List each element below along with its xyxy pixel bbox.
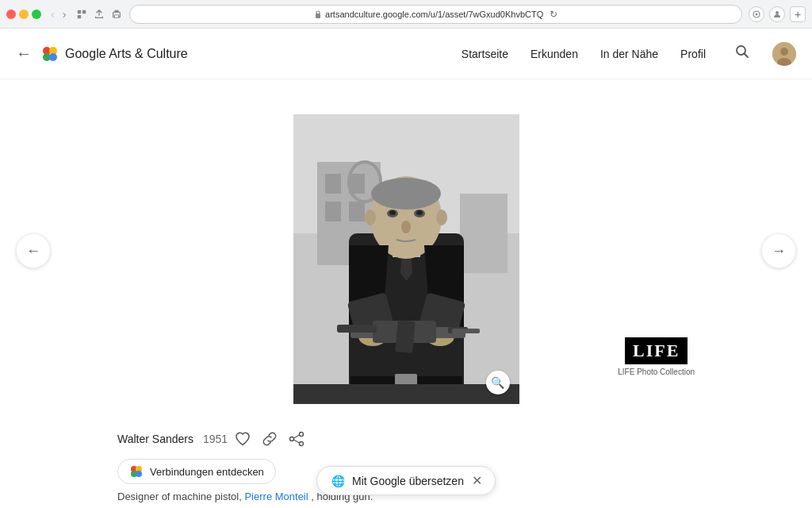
- main-navigation: Startseite Erkunden In der Nähe Profil: [462, 42, 796, 66]
- close-window-button[interactable]: [6, 10, 16, 19]
- translate-bar: 🌐 Mit Google übersetzen ✕: [316, 466, 496, 495]
- svg-rect-27: [460, 194, 508, 273]
- search-button[interactable]: [734, 44, 750, 64]
- extension-icon: [749, 6, 764, 22]
- svg-line-58: [294, 435, 300, 438]
- svg-point-39: [436, 210, 447, 225]
- action-icons: [234, 430, 305, 448]
- link-button[interactable]: [261, 430, 278, 448]
- svg-rect-2: [78, 14, 81, 17]
- svg-point-8: [756, 13, 758, 15]
- browser-chrome: ‹ › artsandculture.google.com/u/1/asset/…: [0, 0, 812, 29]
- share-button[interactable]: [288, 430, 305, 448]
- svg-point-37: [401, 221, 411, 233]
- browser-share-icon: [93, 8, 105, 21]
- life-logo-area: LIFE LIFE Photo Collection: [618, 337, 695, 376]
- connections-button[interactable]: Verbindungen entdecken: [117, 459, 276, 484]
- heart-icon: [234, 430, 251, 448]
- artwork-photo: [293, 114, 519, 404]
- svg-text:🌐: 🌐: [331, 475, 344, 488]
- artwork-meta: Walter Sanders 1951: [117, 433, 228, 445]
- minimize-window-button[interactable]: [19, 10, 29, 19]
- description-prefix: Designer of machine pistol,: [117, 491, 242, 502]
- browser-right-icons: +: [749, 6, 806, 22]
- connections-icon: [129, 464, 144, 479]
- zoom-button[interactable]: 🔍: [486, 371, 510, 394]
- share-icon: [288, 430, 305, 448]
- svg-point-9: [776, 11, 779, 14]
- svg-rect-25: [349, 202, 365, 221]
- address-bar[interactable]: artsandculture.google.com/u/1/asset/7wGx…: [129, 5, 742, 24]
- svg-rect-1: [82, 10, 86, 13]
- info-row: Walter Sanders 1951: [0, 422, 812, 456]
- browser-forward-button[interactable]: ›: [59, 6, 70, 22]
- profile-icon: [769, 6, 785, 22]
- artwork-image: 🔍: [293, 114, 519, 404]
- svg-point-36: [416, 210, 423, 215]
- svg-rect-54: [293, 384, 519, 404]
- new-tab-button[interactable]: +: [790, 6, 806, 22]
- nav-explore[interactable]: Erkunden: [530, 48, 578, 60]
- avatar-image: [772, 42, 796, 66]
- svg-rect-5: [115, 14, 119, 17]
- pierre-monteil-link[interactable]: Pierre Monteil: [244, 491, 308, 502]
- nav-profile[interactable]: Profil: [680, 48, 706, 60]
- lock-icon: [314, 10, 322, 19]
- svg-line-59: [294, 440, 300, 443]
- svg-rect-6: [316, 13, 320, 18]
- prev-artwork-button[interactable]: ←: [16, 233, 51, 268]
- url-text: artsandculture.google.com/u/1/asset/7wGx…: [325, 10, 543, 19]
- svg-rect-0: [78, 10, 81, 13]
- svg-point-57: [300, 442, 304, 446]
- svg-rect-49: [337, 325, 377, 333]
- link-icon: [261, 430, 278, 448]
- svg-point-38: [365, 210, 376, 225]
- translate-icon: 🌐: [330, 474, 344, 488]
- next-artwork-button[interactable]: →: [761, 233, 796, 268]
- svg-point-56: [290, 437, 294, 441]
- connections-label: Verbindungen entdecken: [150, 466, 264, 478]
- maximize-window-button[interactable]: [32, 10, 41, 19]
- translate-close-button[interactable]: ✕: [472, 473, 482, 488]
- svg-point-17: [780, 48, 788, 56]
- svg-line-15: [745, 54, 749, 58]
- svg-rect-24: [325, 202, 341, 221]
- svg-rect-22: [325, 174, 341, 194]
- browser-window-controls: [6, 10, 41, 19]
- search-icon: [734, 44, 750, 60]
- svg-rect-51: [452, 329, 480, 333]
- user-avatar[interactable]: [772, 42, 796, 66]
- browser-arrange-icon: [75, 8, 88, 21]
- svg-point-55: [300, 433, 304, 437]
- like-button[interactable]: [234, 430, 251, 448]
- life-caption: LIFE Photo Collection: [618, 368, 695, 376]
- svg-point-32: [371, 178, 441, 210]
- back-button[interactable]: ←: [16, 44, 32, 63]
- logo-text: Google Arts & Culture: [65, 47, 188, 61]
- logo-area: Google Arts & Culture: [41, 45, 462, 63]
- svg-rect-4: [115, 10, 119, 12]
- artwork-year: 1951: [203, 433, 228, 445]
- browser-toolbar-icons: [75, 8, 123, 21]
- svg-point-35: [389, 210, 396, 215]
- browser-navigation: ‹ ›: [48, 6, 69, 22]
- nav-nearby[interactable]: In der Nähe: [600, 48, 658, 60]
- nav-home[interactable]: Startseite: [462, 48, 508, 60]
- artwork-author: Walter Sanders: [117, 433, 193, 445]
- reload-icon[interactable]: ↻: [550, 9, 557, 20]
- browser-back-button[interactable]: ‹: [48, 6, 58, 22]
- app-header: ← Google Arts & Culture Startseite Erkun…: [0, 29, 812, 79]
- google-arts-logo-icon: [41, 45, 59, 63]
- svg-rect-48: [395, 320, 415, 353]
- browser-print-icon: [110, 8, 123, 21]
- main-content: ←: [0, 79, 812, 508]
- life-logo: LIFE: [625, 337, 688, 364]
- translate-label: Mit Google übersetzen: [352, 475, 464, 487]
- svg-point-13: [49, 53, 57, 61]
- svg-point-63: [136, 471, 142, 477]
